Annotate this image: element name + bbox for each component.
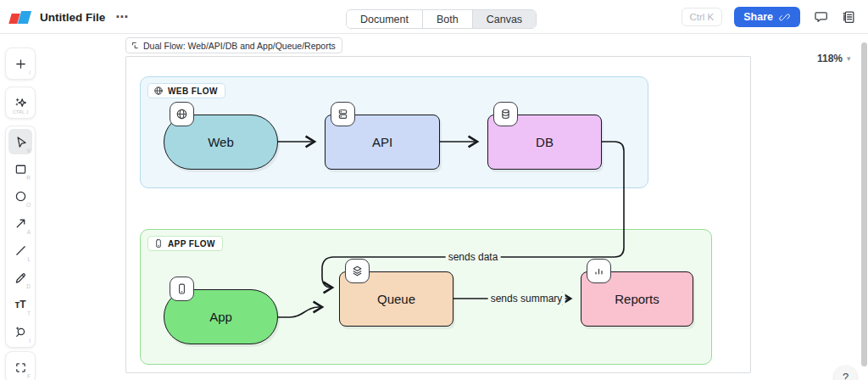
- container-label: WEB FLOW: [168, 87, 218, 96]
- shortcut-label: /: [29, 70, 31, 75]
- insert-button[interactable]: /: [8, 51, 32, 76]
- frame-icon: [14, 360, 28, 375]
- comment-icon[interactable]: [812, 9, 828, 25]
- node-badge: [170, 277, 194, 301]
- text-tool-button[interactable]: тT T: [8, 292, 32, 317]
- shortcut-label: D: [26, 283, 31, 289]
- select-tool-button[interactable]: V: [8, 129, 32, 154]
- node-label: Queue: [377, 292, 415, 306]
- ai-search-tool-button[interactable]: I: [8, 319, 32, 344]
- frame-title-icon: [131, 41, 140, 50]
- node-label: Web: [208, 135, 234, 149]
- toolbar-shapes-group: V R O A L D тT T I: [5, 126, 36, 348]
- shortcut-label: R: [26, 175, 31, 181]
- frame-title: Dual Flow: Web/API/DB and App/Queue/Repo…: [143, 41, 336, 51]
- file-menu-ellipsis-icon[interactable]: ⋯: [115, 9, 129, 25]
- shortcut-label: CTRL J: [13, 109, 28, 115]
- node-badge: [331, 102, 355, 126]
- zoom-control[interactable]: 118% ▾: [817, 53, 851, 64]
- shortcut-label: I: [29, 338, 31, 344]
- node-api[interactable]: API: [325, 115, 440, 170]
- link-icon: [779, 11, 791, 23]
- shortcut-label: V: [27, 148, 31, 154]
- line-tool-button[interactable]: L: [8, 238, 32, 263]
- globe-icon: [175, 108, 188, 120]
- sparkle-search-icon: [14, 325, 28, 339]
- node-label: App: [209, 310, 232, 324]
- vertical-scrollbar[interactable]: [861, 42, 867, 366]
- share-button[interactable]: Share: [734, 7, 800, 27]
- canvas-area[interactable]: Dual Flow: Web/API/DB and App/Queue/Repo…: [0, 34, 868, 380]
- node-badge: [345, 259, 370, 283]
- node-queue[interactable]: Queue: [339, 271, 453, 327]
- chart-icon: [593, 265, 605, 277]
- node-web[interactable]: Web: [164, 115, 278, 170]
- top-bar: Untitled File ⋯ Document Both Canvas Ctr…: [0, 0, 868, 34]
- layers-icon: [351, 265, 364, 277]
- app-logo-icon[interactable]: [10, 11, 30, 24]
- phone-icon: [153, 238, 164, 249]
- chevron-down-icon: ▾: [847, 54, 851, 63]
- view-mode-switcher: Document Both Canvas: [346, 9, 537, 29]
- node-label: API: [372, 135, 392, 149]
- sparkle-icon: [14, 96, 28, 110]
- frame-tool-button[interactable]: F: [8, 355, 32, 380]
- pencil-icon: [14, 271, 28, 285]
- node-label: DB: [536, 135, 554, 149]
- shortcut-label: T: [27, 310, 31, 316]
- shortcut-label: F: [27, 373, 31, 379]
- plus-icon: [14, 57, 28, 71]
- arrow-tool-button[interactable]: A: [8, 210, 32, 236]
- help-button[interactable]: ?: [834, 366, 857, 380]
- frame-title-chip[interactable]: Dual Flow: Web/API/DB and App/Queue/Repo…: [125, 37, 342, 53]
- cursor-icon: [14, 135, 28, 149]
- tab-canvas[interactable]: Canvas: [472, 10, 536, 28]
- edge-label-sends-data[interactable]: sends data: [446, 251, 501, 263]
- node-label: Reports: [615, 292, 659, 306]
- zoom-level: 118%: [817, 53, 843, 64]
- shortcut-label: L: [27, 256, 31, 262]
- shortcut-label: A: [27, 229, 31, 235]
- phone-icon: [175, 282, 188, 295]
- server-icon: [337, 108, 349, 120]
- rectangle-icon: [14, 162, 28, 176]
- container-label: APP FLOW: [168, 239, 215, 249]
- tab-both[interactable]: Both: [422, 10, 472, 28]
- arrow-icon: [14, 216, 28, 231]
- shortcut-label: O: [26, 202, 31, 208]
- ai-button[interactable]: CTRL J: [8, 90, 32, 115]
- logo-blue-shape: [18, 11, 31, 24]
- line-icon: [14, 243, 28, 258]
- rectangle-tool-button[interactable]: R: [8, 156, 32, 182]
- share-label: Share: [743, 11, 773, 23]
- node-db[interactable]: DB: [487, 115, 602, 170]
- node-app[interactable]: App: [164, 289, 278, 344]
- toolbar-insert-group: /: [5, 48, 36, 80]
- node-badge: [493, 102, 518, 126]
- file-title[interactable]: Untitled File: [40, 11, 105, 24]
- toolbar-frame-group: F: [5, 351, 36, 380]
- toolbar-ai-group: CTRL J: [5, 87, 36, 119]
- ellipse-tool-button[interactable]: O: [8, 183, 32, 209]
- command-palette-button[interactable]: Ctrl K: [682, 8, 723, 26]
- app-flow-chip[interactable]: APP FLOW: [147, 236, 223, 251]
- node-badge: [587, 259, 611, 283]
- web-flow-chip[interactable]: WEB FLOW: [147, 83, 225, 98]
- globe-icon: [153, 86, 164, 96]
- text-icon: тT: [14, 299, 25, 310]
- node-badge: [170, 102, 194, 126]
- ellipse-icon: [14, 189, 28, 204]
- edge-label-sends-summary[interactable]: sends summary: [488, 293, 565, 305]
- database-icon: [499, 108, 512, 120]
- node-reports[interactable]: Reports: [581, 271, 693, 327]
- notes-icon[interactable]: [840, 9, 856, 25]
- tab-document[interactable]: Document: [347, 10, 422, 28]
- draw-tool-button[interactable]: D: [8, 265, 32, 290]
